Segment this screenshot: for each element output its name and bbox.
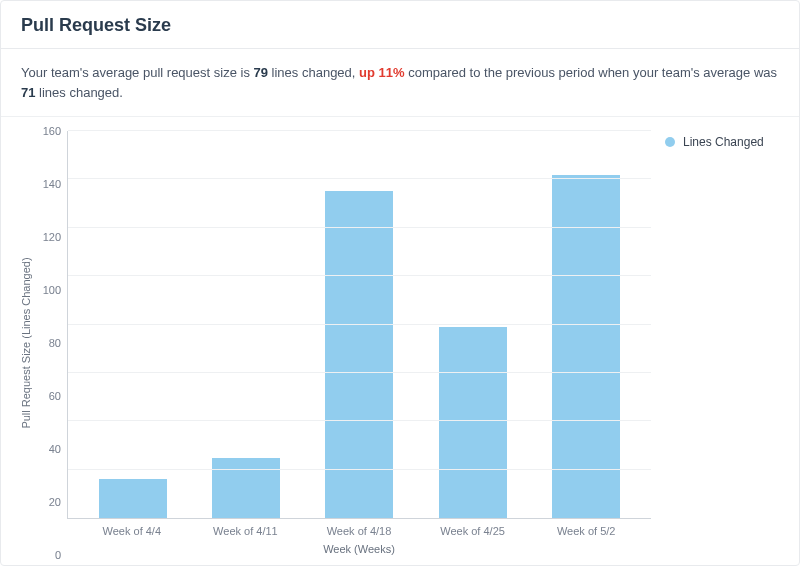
grid-line (68, 178, 651, 179)
summary-mid2: compared to the previous period when you… (405, 65, 777, 80)
grid-line (68, 324, 651, 325)
summary-text: Your team's average pull request size is… (1, 49, 799, 117)
y-tick: 0 (31, 549, 61, 561)
legend-item-lines-changed: Lines Changed (665, 135, 785, 149)
plot-column: Week of 4/4Week of 4/11Week of 4/18Week … (67, 131, 651, 555)
summary-avg: 79 (254, 65, 268, 80)
legend: Lines Changed (665, 131, 785, 555)
x-tick: Week of 4/18 (325, 525, 393, 537)
bar (99, 479, 167, 518)
grid-line (68, 275, 651, 276)
legend-swatch-icon (665, 137, 675, 147)
x-tick: Week of 4/25 (439, 525, 507, 537)
summary-prefix: Your team's average pull request size is (21, 65, 254, 80)
summary-suffix: lines changed. (35, 85, 122, 100)
y-tick: 80 (31, 337, 61, 349)
x-axis: Week of 4/4Week of 4/11Week of 4/18Week … (67, 519, 651, 537)
chart-area: Pull Request Size (Lines Changed) 020406… (15, 131, 651, 555)
summary-prev: 71 (21, 85, 35, 100)
bars-group (68, 131, 651, 518)
grid-line (68, 227, 651, 228)
summary-change: up 11% (359, 65, 405, 80)
y-axis: 020406080100120140160 (37, 131, 67, 555)
bar (439, 327, 507, 518)
legend-label: Lines Changed (683, 135, 764, 149)
card-title: Pull Request Size (21, 15, 779, 36)
y-tick: 160 (31, 125, 61, 137)
y-tick: 140 (31, 178, 61, 190)
x-tick: Week of 4/4 (98, 525, 166, 537)
y-tick: 60 (31, 390, 61, 402)
y-tick: 100 (31, 284, 61, 296)
grid-line (68, 420, 651, 421)
x-axis-label: Week (Weeks) (67, 537, 651, 555)
bar (212, 458, 280, 518)
y-tick: 40 (31, 443, 61, 455)
x-tick: Week of 4/11 (211, 525, 279, 537)
grid-line (68, 130, 651, 131)
plot-area (67, 131, 651, 519)
x-tick: Week of 5/2 (552, 525, 620, 537)
summary-mid1: lines changed, (268, 65, 359, 80)
chart-container: Pull Request Size (Lines Changed) 020406… (1, 117, 799, 565)
grid-line (68, 469, 651, 470)
card-header: Pull Request Size (1, 1, 799, 49)
pull-request-size-card: Pull Request Size Your team's average pu… (0, 0, 800, 566)
y-tick: 120 (31, 231, 61, 243)
grid-line (68, 372, 651, 373)
y-tick: 20 (31, 496, 61, 508)
